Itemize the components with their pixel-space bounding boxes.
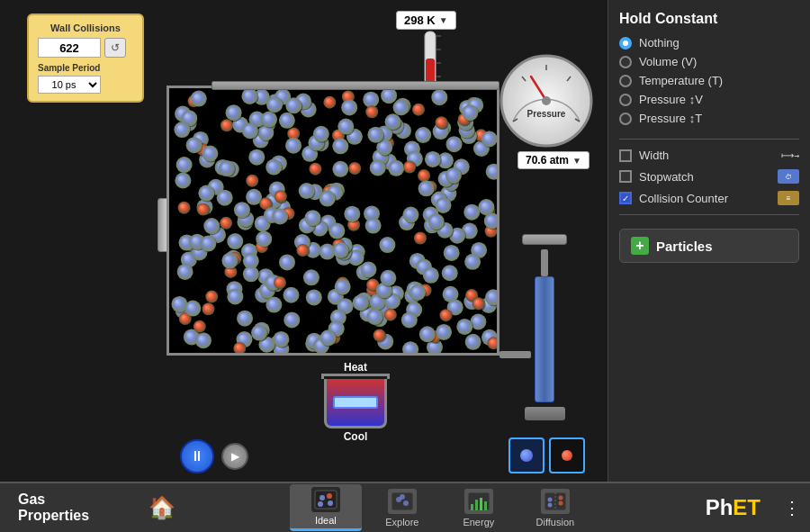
radio-btn-pressure-v[interactable] — [619, 94, 632, 106]
hold-constant-section: Hold Constant Nothing Volume (V) Tempera… — [619, 11, 799, 125]
particles-button[interactable]: + Particles — [619, 229, 799, 263]
width-icon: ⟼→ — [781, 150, 799, 160]
wall-collisions-title: Wall Collisions — [38, 23, 133, 33]
top-piston — [212, 81, 500, 90]
svg-point-17 — [542, 96, 551, 105]
home-button[interactable]: 🏠 — [135, 495, 189, 520]
blue-particle-button[interactable] — [508, 437, 544, 473]
svg-rect-31 — [480, 498, 482, 510]
svg-rect-19 — [315, 491, 337, 509]
svg-point-21 — [327, 493, 332, 499]
heat-cool-panel: Heat Cool — [320, 361, 392, 424]
blue-particle-dot — [520, 449, 533, 462]
radio-label-pressure-v: Pressure ↕V — [639, 93, 703, 106]
svg-point-34 — [547, 497, 552, 501]
divider-1 — [619, 139, 799, 140]
red-particle-button[interactable] — [549, 437, 585, 473]
tab-diffusion-icon — [541, 489, 570, 514]
tab-ideal[interactable]: Ideal — [290, 484, 362, 531]
pump-base — [525, 407, 565, 420]
checkbox-box-stopwatch[interactable] — [619, 170, 632, 183]
svg-point-26 — [403, 500, 409, 506]
pump-body — [535, 276, 554, 402]
phet-area: PhET ⋮ — [692, 495, 810, 520]
wall-collisions-panel: Wall Collisions ↺ Sample Period 10 ps 20… — [27, 14, 144, 103]
radio-label-volume: Volume (V) — [639, 55, 697, 68]
sample-period-dropdown[interactable]: 10 ps 20 ps 50 ps — [38, 76, 101, 94]
pump-pipe — [500, 351, 531, 358]
collision-counter-icon: ≡ — [778, 191, 799, 205]
radio-btn-temperature[interactable] — [619, 75, 632, 87]
radio-option-pressure-v[interactable]: Pressure ↕V — [619, 93, 799, 106]
checkbox-label-collision: Collision Counter — [639, 192, 770, 205]
step-icon: ▶ — [231, 450, 239, 463]
svg-point-36 — [558, 495, 562, 500]
pressure-value: 70.6 atm — [526, 154, 569, 167]
cool-label: Cool — [320, 430, 392, 443]
svg-rect-29 — [471, 504, 473, 510]
tab-diffusion[interactable]: Diffusion — [519, 484, 591, 531]
pump[interactable] — [522, 234, 567, 414]
radio-option-pressure-t[interactable]: Pressure ↕T — [619, 112, 799, 125]
temperature-dropdown[interactable]: ▼ — [439, 15, 448, 25]
stopwatch-icon: ⏱ — [778, 169, 799, 184]
svg-point-37 — [558, 500, 562, 505]
tab-energy[interactable]: Energy — [443, 484, 515, 531]
radio-option-nothing[interactable]: Nothing — [619, 36, 799, 50]
tab-ideal-label: Ideal — [315, 515, 337, 526]
svg-point-22 — [318, 501, 323, 507]
radio-option-volume[interactable]: Volume (V) — [619, 55, 799, 68]
svg-point-20 — [320, 495, 325, 500]
heat-cool-slider[interactable] — [333, 396, 378, 409]
nav-tabs: Ideal Explore — [189, 483, 692, 532]
home-icon: 🏠 — [148, 495, 176, 519]
svg-rect-30 — [475, 500, 478, 510]
checkbox-width[interactable]: Width ⟼→ — [619, 149, 799, 162]
hold-constant-title: Hold Constant — [619, 11, 799, 27]
red-particle-dot — [562, 450, 572, 461]
plus-icon: + — [631, 237, 649, 255]
tab-ideal-icon — [311, 487, 340, 512]
right-panel: Hold Constant Nothing Volume (V) Tempera… — [608, 0, 810, 482]
menu-button[interactable]: ⋮ — [774, 497, 810, 518]
radio-label-pressure-t: Pressure ↕T — [639, 112, 702, 125]
radio-btn-nothing[interactable] — [619, 37, 632, 50]
step-button[interactable]: ▶ — [221, 443, 248, 470]
radio-btn-pressure-t[interactable] — [619, 113, 632, 125]
checkbox-stopwatch[interactable]: Stopwatch ⏱ — [619, 169, 799, 184]
tab-explore-icon — [388, 489, 417, 514]
checkbox-box-collision[interactable] — [619, 192, 632, 204]
radio-label-nothing: Nothing — [639, 36, 680, 50]
tab-diffusion-label: Diffusion — [536, 517, 575, 527]
tab-explore[interactable]: Explore — [366, 484, 438, 531]
particles-label: Particles — [656, 239, 713, 254]
pressure-display: 70.6 atm ▼ — [518, 151, 590, 169]
checkbox-box-width[interactable] — [619, 149, 632, 162]
pressure-dropdown[interactable]: ▼ — [572, 156, 581, 166]
playback-controls: ⏸ ▶ — [180, 439, 248, 473]
radio-option-temperature[interactable]: Temperature (T) — [619, 74, 799, 87]
particles-section: + Particles — [619, 229, 799, 263]
checkbox-collision-counter[interactable]: Collision Counter ≡ — [619, 191, 799, 205]
gas-container — [166, 86, 500, 356]
checkbox-label-stopwatch: Stopwatch — [639, 170, 770, 184]
svg-text:Pressure: Pressure — [527, 109, 566, 119]
heat-label: Heat — [320, 361, 392, 374]
phet-logo: PhET — [692, 495, 774, 520]
pump-handle[interactable] — [522, 234, 567, 245]
svg-point-35 — [547, 502, 552, 507]
pause-button[interactable]: ⏸ — [180, 439, 214, 473]
temperature-value: 298 K — [404, 14, 436, 27]
app-title: Gas Properties — [0, 491, 135, 524]
sample-period-label: Sample Period — [38, 63, 133, 73]
svg-point-23 — [328, 500, 333, 506]
tab-explore-label: Explore — [385, 517, 418, 527]
particle-selector — [508, 437, 585, 473]
tab-energy-label: Energy — [463, 517, 494, 527]
svg-point-27 — [400, 494, 405, 500]
pressure-gauge: Pressure — [500, 54, 594, 153]
radio-btn-volume[interactable] — [619, 56, 632, 68]
reset-button[interactable]: ↺ — [104, 38, 126, 58]
svg-rect-32 — [484, 501, 487, 510]
wall-collisions-input[interactable] — [38, 38, 101, 58]
